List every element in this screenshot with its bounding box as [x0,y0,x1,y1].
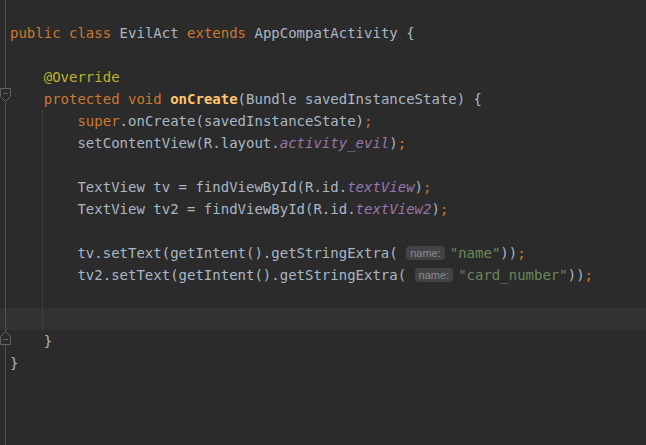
code-token-txt: TextView tv = findViewById(R.id. [10,179,347,195]
code-line-current[interactable] [0,308,646,330]
code-token-txt: AppCompatActivity { [246,25,415,41]
fold-collapse-end-icon[interactable] [0,330,12,345]
code-area: public class EvilAct extends AppCompatAc… [0,22,646,374]
code-line[interactable] [0,220,646,242]
code-token-txt: tv.setText(getIntent().getStringExtra( [10,245,406,261]
code-line[interactable] [0,154,646,176]
code-line[interactable]: protected void onCreate(Bundle savedInst… [0,88,646,110]
parameter-name-hint: name: [406,246,445,260]
code-line[interactable] [0,286,646,308]
code-line[interactable]: @Override [0,66,646,88]
code-token-kw: void [128,91,162,107]
code-token-kw: class [69,25,111,41]
code-token-semi: ; [423,179,431,195]
code-token-mdecl: onCreate [170,91,237,107]
code-token-txt [162,91,170,107]
code-token-str: "card_number" [458,267,568,283]
code-token-txt: (Bundle savedInstanceState) { [238,91,482,107]
code-line[interactable]: super.onCreate(savedInstanceState); [0,110,646,132]
code-token-field: textView2 [356,201,432,217]
code-token-txt: } [10,355,18,371]
code-token-txt: )) [568,267,585,283]
code-token-txt: tv2.setText(getIntent().getStringExtra( [10,267,415,283]
code-token-kw: protected [44,91,120,107]
code-token-txt: ) [431,201,439,217]
code-token-txt: EvilAct [111,25,187,41]
code-token-txt: TextView tv2 = findViewById(R.id. [10,201,356,217]
code-line[interactable]: tv2.setText(getIntent().getStringExtra( … [0,264,646,286]
code-token-txt: .onCreate(savedInstanceState) [120,113,364,129]
code-token-txt [120,91,128,107]
code-token-semi: ; [585,267,593,283]
indent-guide [42,110,43,330]
code-token-str: "name" [450,245,501,261]
fold-indicator-line [5,0,6,445]
code-token-txt: } [10,333,52,349]
code-editor: public class EvilAct extends AppCompatAc… [0,0,646,445]
code-token-semi: ; [398,135,406,151]
code-token-txt [10,113,77,129]
code-token-kw: public [10,25,61,41]
code-line[interactable]: public class EvilAct extends AppCompatAc… [0,22,646,44]
code-token-semi: ; [364,113,372,129]
code-token-txt: ) [415,179,423,195]
code-line[interactable]: setContentView(R.layout.activity_evil); [0,132,646,154]
code-token-txt [10,91,44,107]
code-token-txt: setContentView(R.layout. [10,135,280,151]
code-token-semi: ; [517,245,525,261]
code-token-semi: ; [440,201,448,217]
code-token-kw: extends [187,25,246,41]
code-token-txt: )) [500,245,517,261]
code-token-field: textView [347,179,414,195]
code-token-txt: ) [389,135,397,151]
code-token-field: activity_evil [280,135,390,151]
code-token-ann: @Override [44,69,120,85]
code-line[interactable] [0,44,646,66]
code-line[interactable]: tv.setText(getIntent().getStringExtra( n… [0,242,646,264]
code-line[interactable]: TextView tv2 = findViewById(R.id.textVie… [0,198,646,220]
code-line[interactable]: TextView tv = findViewById(R.id.textView… [0,176,646,198]
parameter-name-hint: name: [415,268,454,282]
code-token-txt [61,25,69,41]
fold-collapse-start-icon[interactable] [0,88,12,103]
code-token-kw: super [77,113,119,129]
code-line[interactable]: } [0,352,646,374]
code-token-txt [10,69,44,85]
code-line[interactable]: } [0,330,646,352]
